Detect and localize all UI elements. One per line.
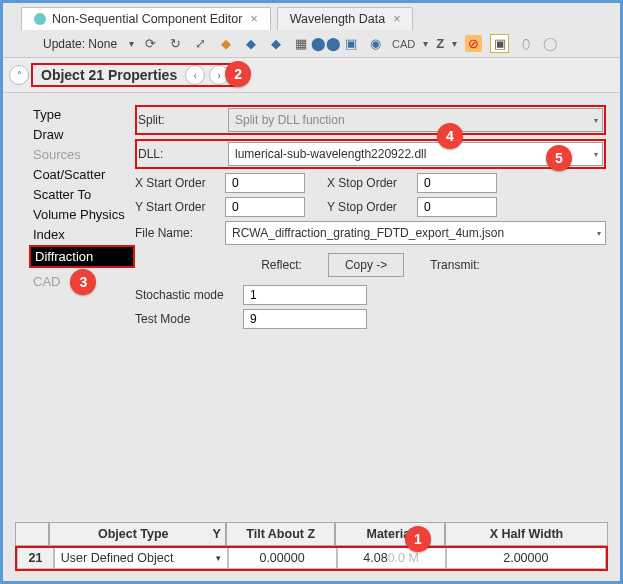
tool2-icon[interactable]: ◉ [367, 35, 384, 52]
stochastic-input[interactable] [243, 285, 367, 305]
cat-sources: Sources [29, 145, 135, 164]
cat-scatter-to[interactable]: Scatter To [29, 185, 135, 204]
prev-object-icon[interactable]: ‹ [185, 65, 205, 85]
chevron-down-icon: ▾ [597, 229, 601, 238]
tab-nsc-editor[interactable]: Non-Sequential Component Editor × [21, 7, 271, 30]
col-tilt-z[interactable]: Tilt About Z [226, 522, 335, 546]
chevron-down-icon: ▾ [216, 553, 221, 563]
cad-label[interactable]: CAD [392, 35, 415, 52]
chevron-down-icon[interactable]: ▾ [423, 38, 428, 49]
properties-title: Object 21 Properties [35, 67, 183, 83]
test-mode-input[interactable] [243, 309, 367, 329]
x-stop-label: X Stop Order [327, 176, 413, 190]
cube-icon[interactable]: ◆ [217, 35, 234, 52]
tabs: Non-Sequential Component Editor × Wavele… [3, 3, 620, 30]
cat-type[interactable]: Type [29, 105, 135, 124]
z-label[interactable]: Z [436, 35, 444, 52]
cube3-icon[interactable]: ◆ [267, 35, 284, 52]
collapse-icon[interactable]: ˄ [9, 65, 29, 85]
col-x-half-width[interactable]: X Half Width [445, 522, 608, 546]
stochastic-label: Stochastic mode [135, 288, 243, 302]
x-start-label: X Start Order [135, 176, 221, 190]
sources-icon[interactable]: ⬤⬤ [317, 35, 334, 52]
dll-value: lumerical-sub-wavelength220922.dll [235, 147, 426, 161]
tab-label: Non-Sequential Component Editor [52, 12, 242, 26]
cat-cad: CAD [29, 272, 64, 291]
y-start-label: Y Start Order [135, 200, 221, 214]
tab-label: Wavelength Data [290, 12, 385, 26]
chevron-down-icon: ▾ [594, 116, 598, 125]
chevron-down-icon[interactable]: ▾ [452, 38, 457, 49]
file-name-label: File Name: [135, 226, 225, 240]
properties-bar: ˄ Object 21 Properties ‹ › 2 [3, 58, 620, 93]
x-start-input[interactable] [225, 173, 305, 193]
object-table: Object TypeY Tilt About Z Material X Hal… [15, 522, 608, 571]
chevron-down-icon: ▾ [594, 150, 598, 159]
dll-label: DLL: [138, 147, 228, 161]
nsc-tab-icon [34, 13, 46, 25]
close-icon[interactable]: × [250, 12, 257, 26]
badge-4: 4 [437, 123, 463, 149]
toggle-icon[interactable]: ⬯ [517, 35, 534, 52]
file-name-value: RCWA_diffraction_grating_FDTD_export_4um… [232, 226, 504, 240]
badge-2: 2 [225, 61, 251, 87]
cell-x-half-width[interactable]: 2.00000 [446, 548, 606, 569]
col-object-type[interactable]: Object TypeY [49, 522, 226, 546]
col-index [15, 522, 49, 546]
row-index[interactable]: 21 [17, 548, 54, 569]
reflect-label: Reflect: [261, 258, 302, 272]
split-label: Split: [138, 113, 228, 127]
update-label: Update: None [43, 37, 117, 51]
toolbar: Update: None ▾ ⟳ ↻ ⤢ ◆ ◆ ◆ ▦ ⬤⬤ ▣ ◉ CAD … [3, 30, 620, 58]
file-name-dropdown[interactable]: RCWA_diffraction_grating_FDTD_export_4um… [225, 221, 606, 245]
cat-volume-physics[interactable]: Volume Physics [29, 205, 135, 224]
expand-icon[interactable]: ⤢ [192, 35, 209, 52]
split-dropdown[interactable]: Split by DLL function ▾ [228, 108, 603, 132]
cell-material[interactable]: 4.080.0 M [337, 548, 446, 569]
cell-object-type[interactable]: User Defined Object▾ [54, 548, 228, 569]
y-start-input[interactable] [225, 197, 305, 217]
tab-wavelength-data[interactable]: Wavelength Data × [277, 7, 414, 30]
cat-draw[interactable]: Draw [29, 125, 135, 144]
badge-3: 3 [70, 269, 96, 295]
close-icon[interactable]: × [393, 12, 400, 26]
select-icon[interactable]: ▣ [490, 34, 509, 53]
badge-1: 1 [405, 526, 431, 552]
cell-tilt-z[interactable]: 0.00000 [228, 548, 337, 569]
transmit-label: Transmit: [430, 258, 480, 272]
reload-icon[interactable]: ↻ [167, 35, 184, 52]
diffraction-form: Split: Split by DLL function ▾ DLL: lume… [135, 105, 606, 329]
tool-icon[interactable]: ▣ [342, 35, 359, 52]
test-mode-label: Test Mode [135, 312, 243, 326]
cat-diffraction[interactable]: Diffraction [29, 245, 135, 268]
cat-coat-scatter[interactable]: Coat/Scatter [29, 165, 135, 184]
y-stop-label: Y Stop Order [327, 200, 413, 214]
split-value: Split by DLL function [235, 113, 345, 127]
cat-index[interactable]: Index [29, 225, 135, 244]
grid-icon[interactable]: ▦ [292, 35, 309, 52]
x-stop-input[interactable] [417, 173, 497, 193]
y-stop-input[interactable] [417, 197, 497, 217]
category-list: Type Draw Sources Coat/Scatter Scatter T… [29, 105, 135, 329]
cube2-icon[interactable]: ◆ [242, 35, 259, 52]
block-icon[interactable]: ⊘ [465, 35, 482, 52]
chevron-down-icon[interactable]: ▾ [129, 38, 134, 49]
refresh-icon[interactable]: ⟳ [142, 35, 159, 52]
circle-icon[interactable]: ◯ [542, 35, 559, 52]
badge-5: 5 [546, 145, 572, 171]
copy-button[interactable]: Copy -> [328, 253, 404, 277]
